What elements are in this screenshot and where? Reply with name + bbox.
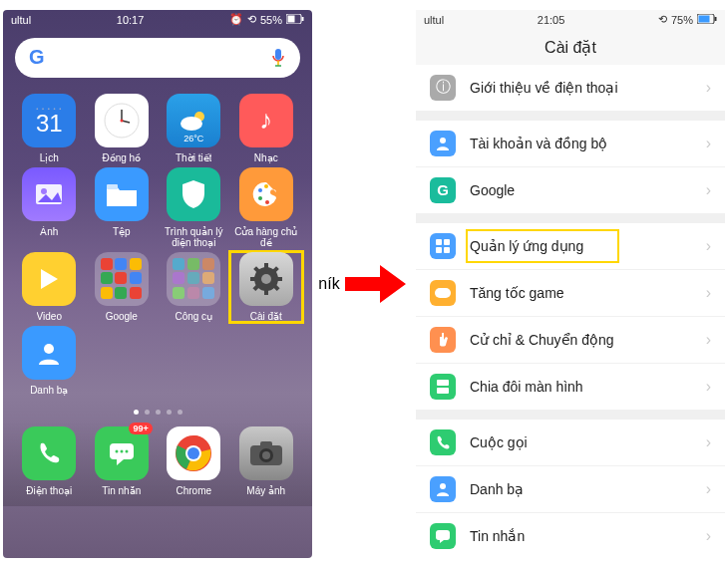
google-search-bar[interactable]: G: [15, 38, 300, 78]
hand-icon: [430, 327, 456, 353]
row-call[interactable]: Cuộc gọi ›: [416, 420, 725, 466]
app-photos[interactable]: Ảnh: [13, 167, 86, 248]
page-title: Cài đặt: [416, 30, 725, 65]
phone-icon: [430, 429, 456, 455]
svg-rect-43: [699, 15, 710, 22]
app-phone-manager[interactable]: Trình quản lý điện thoại: [158, 167, 230, 248]
dock-chrome[interactable]: Chrome: [158, 426, 230, 496]
app-weather[interactable]: 26°C Thời tiết: [158, 94, 230, 163]
folder-google-icon: [95, 252, 149, 306]
row-app-management[interactable]: Quản lý ứng dụng ›: [416, 223, 725, 270]
app-label: Tin nhắn: [102, 485, 141, 496]
app-label: Điện thoại: [26, 485, 72, 496]
battery-text: 55%: [260, 14, 282, 26]
clock-text: 10:17: [117, 14, 145, 26]
row-game-boost[interactable]: Tăng tốc game ›: [416, 270, 725, 317]
signal-icon: ultul: [424, 14, 444, 26]
sync-icon: ⟲: [658, 13, 667, 26]
svg-point-17: [265, 200, 269, 204]
row-messages[interactable]: Tin nhắn ›: [416, 513, 725, 558]
weather-icon: 26°C: [167, 94, 220, 147]
svg-rect-3: [275, 49, 281, 60]
app-label: Google: [106, 311, 138, 322]
row-label: Tài khoản và đồng bộ: [470, 136, 706, 151]
app-calendar[interactable]: • • • • •31 Lịch: [13, 94, 86, 163]
chevron-right-icon: ›: [706, 181, 711, 199]
chevron-right-icon: ›: [706, 237, 711, 255]
row-label: Chia đôi màn hình: [470, 379, 706, 395]
app-clock[interactable]: Đồng hồ: [86, 94, 159, 163]
app-settings[interactable]: Cài đặt: [230, 252, 303, 322]
dock: Điện thoại 99+ Tin nhắn Chrome Máy ảnh: [3, 421, 312, 506]
svg-rect-48: [436, 247, 442, 253]
row-label: Tin nhắn: [470, 528, 706, 544]
svg-rect-1: [288, 15, 295, 22]
battery-icon: [286, 14, 304, 26]
app-label: Cửa hàng chủ đề: [231, 226, 301, 248]
app-grid: • • • • •31 Lịch Đồng hồ 26°C Thời tiết …: [3, 86, 312, 404]
row-contacts[interactable]: Danh bạ ›: [416, 466, 725, 513]
app-contacts[interactable]: Danh bạ: [13, 326, 86, 396]
app-files[interactable]: Tệp: [86, 167, 159, 248]
app-google-folder[interactable]: Google: [86, 252, 159, 322]
info-icon: ⓘ: [430, 75, 456, 101]
voice-search-icon[interactable]: [270, 48, 286, 68]
svg-point-9: [120, 119, 123, 122]
app-video[interactable]: Video: [13, 252, 86, 322]
row-label: Tăng tốc game: [470, 285, 706, 301]
dock-messages[interactable]: 99+ Tin nhắn: [86, 426, 159, 496]
gear-icon: [239, 252, 293, 306]
chevron-right-icon: ›: [706, 135, 711, 152]
row-label: Cuộc gọi: [470, 434, 706, 450]
row-account-sync[interactable]: Tài khoản và đồng bộ ›: [416, 121, 725, 167]
battery-icon: [697, 14, 717, 26]
app-label: Tệp: [113, 226, 131, 237]
app-tools-folder[interactable]: Công cụ: [158, 252, 230, 322]
svg-rect-22: [264, 289, 268, 295]
palette-icon: [239, 167, 293, 221]
svg-rect-52: [437, 388, 449, 394]
svg-point-53: [440, 483, 446, 489]
folder-icon: [95, 167, 149, 221]
gamepad-icon: [430, 280, 456, 306]
svg-point-16: [258, 196, 262, 200]
svg-rect-46: [436, 239, 442, 245]
status-bar: ultul 21:05 ⟲ 75%: [416, 10, 725, 30]
row-label: Danh bạ: [470, 481, 706, 497]
row-label: Google: [470, 182, 706, 198]
google-g-icon: G: [430, 177, 456, 203]
settings-screen: ultul 21:05 ⟲ 75% Cài đặt ⓘ Giới thiệu v…: [416, 10, 725, 558]
row-about-phone[interactable]: ⓘ Giới thiệu về điện thoại ›: [416, 65, 725, 111]
app-label: Danh bạ: [30, 385, 68, 396]
row-split-screen[interactable]: Chia đôi màn hình ›: [416, 364, 725, 410]
music-icon: ♪: [239, 94, 293, 147]
svg-point-32: [120, 449, 123, 452]
svg-point-20: [261, 274, 271, 284]
dock-camera[interactable]: Máy ảnh: [230, 426, 303, 496]
row-google[interactable]: G Google ›: [416, 167, 725, 213]
app-label: Máy ảnh: [246, 485, 285, 496]
dock-phone[interactable]: Điện thoại: [13, 426, 86, 496]
app-label: Lịch: [40, 152, 59, 163]
chevron-right-icon: ›: [706, 79, 711, 97]
svg-rect-49: [444, 247, 450, 253]
row-label: Cử chỉ & Chuyển động: [470, 332, 706, 348]
svg-point-31: [115, 449, 118, 452]
svg-point-18: [264, 184, 268, 188]
app-music[interactable]: ♪ Nhạc: [230, 94, 303, 163]
svg-rect-2: [302, 17, 304, 21]
person-icon: [430, 131, 456, 156]
row-gestures[interactable]: Cử chỉ & Chuyển động ›: [416, 317, 725, 364]
split-icon: [430, 374, 456, 400]
shield-icon: [167, 167, 220, 221]
chevron-right-icon: ›: [706, 331, 711, 349]
sync-icon: ⟲: [247, 13, 256, 26]
svg-rect-47: [444, 239, 450, 245]
svg-rect-23: [250, 277, 256, 281]
app-label: Cài đặt: [250, 311, 282, 322]
person-icon: [430, 476, 456, 502]
folder-tools-icon: [167, 252, 220, 306]
app-theme-store[interactable]: Cửa hàng chủ đề: [230, 167, 303, 248]
svg-point-11: [181, 117, 202, 131]
calendar-icon: • • • • •31: [22, 94, 76, 147]
